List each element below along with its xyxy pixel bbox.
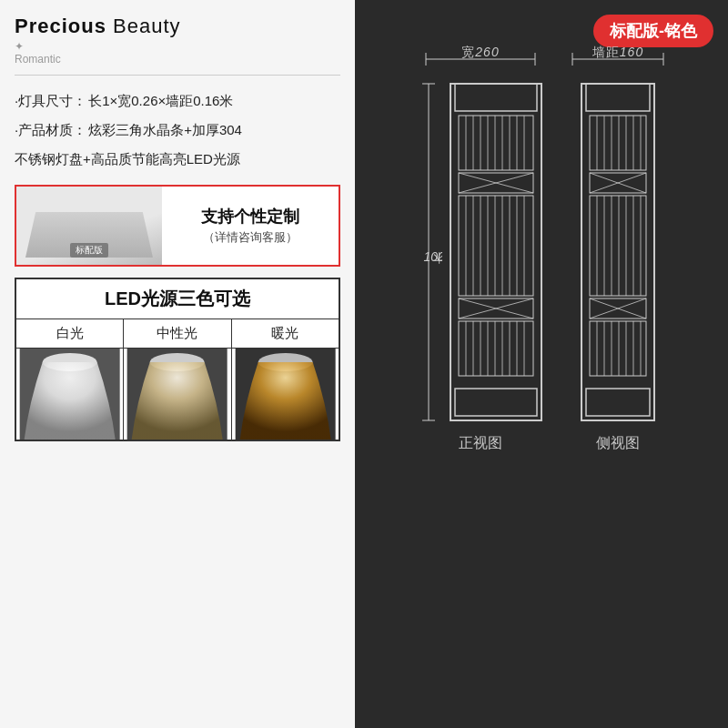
front-view-label: 正视图 bbox=[459, 434, 502, 453]
custom-badge: 标配版 bbox=[70, 243, 108, 258]
spec-material: ·产品材质：炫彩三角水晶条+加厚304 bbox=[15, 119, 340, 141]
side-view-label: 侧视图 bbox=[596, 434, 640, 453]
custom-main-text: 支持个性定制 bbox=[201, 206, 299, 228]
brand-title-normal: Beauty bbox=[106, 15, 181, 37]
side-view-col: 墙距160 bbox=[568, 46, 668, 453]
svg-rect-81 bbox=[590, 321, 646, 376]
diagrams-row: 宽260 长1000 bbox=[406, 46, 677, 453]
right-panel: 标配版-铭色 宽260 长1000 bbox=[355, 0, 728, 728]
led-img-neutral bbox=[124, 349, 231, 440]
brand-title: Precious Beauty bbox=[15, 15, 340, 38]
svg-rect-15 bbox=[455, 84, 537, 111]
led-images-row bbox=[16, 349, 339, 440]
svg-rect-58 bbox=[586, 84, 650, 111]
svg-rect-59 bbox=[590, 116, 646, 170]
spec-size-label: ·灯具尺寸： bbox=[15, 93, 86, 108]
led-color-white: 白光 bbox=[16, 319, 124, 348]
brand-subtitle: Romantic bbox=[15, 53, 340, 66]
led-color-warm: 暖光 bbox=[232, 319, 339, 348]
led-title-row: LED光源三色可选 bbox=[16, 279, 339, 319]
brand-header: Precious Beauty ✦ Romantic bbox=[15, 15, 340, 76]
side-width-dim: 墙距160 bbox=[568, 46, 668, 76]
config-badge: 标配版-铭色 bbox=[593, 15, 713, 47]
svg-text:墙距160: 墙距160 bbox=[592, 46, 643, 59]
front-side-dim-wrapper: 长1000 bbox=[415, 79, 546, 425]
custom-image: 标配版 bbox=[16, 187, 162, 265]
svg-rect-29 bbox=[459, 196, 533, 296]
custom-sub-text: （详情咨询客服） bbox=[203, 229, 298, 246]
front-view-col: 宽260 长1000 bbox=[415, 46, 546, 453]
svg-rect-16 bbox=[459, 116, 533, 170]
front-width-dim: 宽260 bbox=[421, 46, 540, 76]
spec-size-value: 长1×宽0.26×墙距0.16米 bbox=[88, 93, 233, 108]
spec-material-note: 不锈钢灯盘+高品质节能高亮LED光源 bbox=[15, 148, 340, 170]
left-panel: Precious Beauty ✦ Romantic ·灯具尺寸：长1×宽0.2… bbox=[0, 0, 355, 728]
brand-title-bold: Precious bbox=[15, 15, 106, 37]
svg-rect-52 bbox=[455, 389, 537, 416]
side-diagram-svg bbox=[577, 79, 659, 425]
front-diagram-svg bbox=[446, 79, 546, 425]
spec-material-label: ·产品材质： bbox=[15, 122, 86, 137]
svg-rect-70 bbox=[590, 196, 646, 296]
svg-text:宽260: 宽260 bbox=[461, 46, 499, 59]
svg-rect-57 bbox=[581, 84, 654, 420]
led-colors-row: 白光 中性光 暖光 bbox=[16, 319, 339, 349]
svg-rect-42 bbox=[459, 321, 533, 376]
custom-text: 支持个性定制 （详情咨询客服） bbox=[162, 206, 339, 246]
svg-rect-89 bbox=[586, 389, 650, 416]
custom-box: 标配版 支持个性定制 （详情咨询客服） bbox=[15, 185, 340, 267]
spec-material-value: 炫彩三角水晶条+加厚304 bbox=[88, 122, 242, 137]
led-color-neutral: 中性光 bbox=[124, 319, 231, 348]
led-img-warm bbox=[232, 349, 339, 440]
brand-star: ✦ bbox=[15, 40, 340, 53]
svg-rect-14 bbox=[450, 84, 541, 420]
led-section: LED光源三色可选 白光 中性光 暖光 bbox=[15, 278, 340, 441]
svg-text:长1000: 长1000 bbox=[423, 249, 442, 264]
led-title: LED光源三色可选 bbox=[105, 288, 250, 308]
specs-section: ·灯具尺寸：长1×宽0.26×墙距0.16米 ·产品材质：炫彩三角水晶条+加厚3… bbox=[15, 86, 340, 174]
led-img-white bbox=[16, 349, 124, 440]
spec-size: ·灯具尺寸：长1×宽0.26×墙距0.16米 bbox=[15, 90, 340, 112]
